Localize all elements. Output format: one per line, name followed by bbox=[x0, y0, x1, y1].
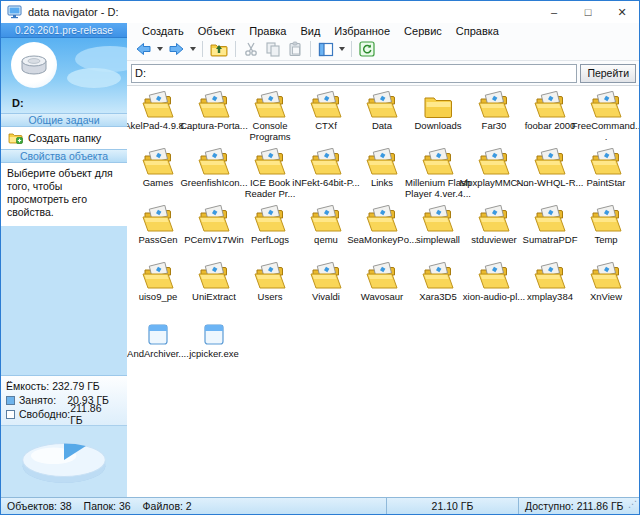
open-folder-icon bbox=[142, 148, 174, 176]
file-item[interactable]: stduviewer bbox=[466, 203, 522, 260]
capacity-panel: Ёмкость: 232.79 ГБ Занято: 20.93 ГБ Своб… bbox=[1, 375, 127, 425]
file-item[interactable]: qemu bbox=[298, 203, 354, 260]
file-item[interactable]: jcpicker.exe bbox=[186, 317, 242, 374]
sidebar-filler bbox=[1, 226, 127, 376]
file-item[interactable]: Millenium Flash Player 4.ver.4... bbox=[410, 146, 466, 203]
file-item[interactable]: MpxplayMMC-... bbox=[466, 146, 522, 203]
file-item[interactable]: Far30 bbox=[466, 89, 522, 146]
file-item[interactable]: xion-audio-pl... bbox=[466, 260, 522, 317]
file-item[interactable]: PassGen bbox=[130, 203, 186, 260]
file-item[interactable]: Non-WHQL-R... bbox=[522, 146, 578, 203]
file-item[interactable]: SeaMonkeyPo... bbox=[354, 203, 410, 260]
menu-item[interactable]: Правка bbox=[242, 25, 293, 37]
forward-dropdown[interactable] bbox=[188, 40, 198, 59]
open-folder-icon bbox=[142, 262, 174, 290]
file-item[interactable]: FreeCommand... bbox=[578, 89, 634, 146]
create-folder-button[interactable]: Создать папку bbox=[1, 127, 127, 149]
capacity-row: Ёмкость: 232.79 ГБ bbox=[6, 379, 123, 393]
file-label: Temp bbox=[571, 234, 639, 245]
open-folder-icon bbox=[534, 205, 566, 233]
drive-icon-circle bbox=[11, 42, 57, 88]
file-item[interactable]: AndArchiver.... bbox=[130, 317, 186, 374]
file-item[interactable]: Wavosaur bbox=[354, 260, 410, 317]
open-folder-icon bbox=[198, 205, 230, 233]
selection-hint-text: Выберите объект для того, чтобы просмотр… bbox=[1, 163, 127, 226]
file-item[interactable]: PerfLogs bbox=[242, 203, 298, 260]
file-item[interactable]: GreenfishIcon... bbox=[186, 146, 242, 203]
address-bar: Перейти bbox=[127, 61, 639, 85]
disk-usage-pie-panel bbox=[1, 425, 127, 497]
go-button[interactable]: Перейти bbox=[580, 64, 636, 83]
open-folder-icon bbox=[254, 205, 286, 233]
menu-item[interactable]: Сервис bbox=[397, 25, 449, 37]
file-item[interactable]: Links bbox=[354, 146, 410, 203]
capacity-label: Ёмкость: bbox=[6, 380, 49, 392]
menu-item[interactable]: Избранное bbox=[327, 25, 397, 37]
file-item[interactable]: Xara3D5 bbox=[410, 260, 466, 317]
minimize-button[interactable]: – bbox=[537, 1, 571, 23]
menu-bar: СоздатьОбъектПравкаВидИзбранноеСервисСпр… bbox=[127, 23, 639, 38]
toolbar-separator bbox=[202, 41, 203, 57]
back-dropdown[interactable] bbox=[155, 40, 165, 59]
file-item[interactable]: SumatraPDF bbox=[522, 203, 578, 260]
file-item[interactable]: xmplay384 bbox=[522, 260, 578, 317]
drive-panel: D: bbox=[1, 38, 127, 113]
file-item[interactable]: Temp bbox=[578, 203, 634, 260]
file-item[interactable]: Data bbox=[354, 89, 410, 146]
file-item[interactable]: Downloads bbox=[410, 89, 466, 146]
file-item[interactable]: AkelPad-4.9.8... bbox=[130, 89, 186, 146]
open-folder-icon bbox=[478, 91, 510, 119]
file-item[interactable]: PaintStar bbox=[578, 146, 634, 203]
copy-button[interactable] bbox=[262, 40, 284, 59]
file-item[interactable]: Captura-Porta... bbox=[186, 89, 242, 146]
address-input[interactable] bbox=[131, 64, 577, 83]
paste-button[interactable] bbox=[284, 40, 306, 59]
file-item[interactable]: uiso9_pe bbox=[130, 260, 186, 317]
used-legend-swatch bbox=[6, 396, 15, 405]
menu-item[interactable]: Справка bbox=[449, 25, 506, 37]
file-item[interactable]: UniExtract bbox=[186, 260, 242, 317]
up-level-button[interactable] bbox=[207, 40, 231, 59]
file-label: jcpicker.exe bbox=[179, 348, 249, 359]
forward-button[interactable] bbox=[165, 40, 188, 59]
open-folder-icon bbox=[478, 205, 510, 233]
maximize-button[interactable]: □ bbox=[571, 1, 605, 23]
cut-button[interactable] bbox=[240, 40, 262, 59]
file-item[interactable]: simplewall bbox=[410, 203, 466, 260]
open-folder-icon bbox=[366, 262, 398, 290]
file-item[interactable]: ICE Book Reader Pr... bbox=[242, 146, 298, 203]
refresh-button[interactable] bbox=[356, 40, 378, 59]
file-item[interactable]: Users bbox=[242, 260, 298, 317]
open-folder-icon bbox=[590, 148, 622, 176]
file-item[interactable]: CTXf bbox=[298, 89, 354, 146]
version-label: 0.26.2601.pre-release bbox=[1, 23, 127, 38]
file-item[interactable]: Vivaldi bbox=[298, 260, 354, 317]
sidebar: 0.26.2601.pre-release D: Общие задачи bbox=[1, 23, 127, 497]
open-folder-icon bbox=[534, 91, 566, 119]
free-row: Свободно: 211.86 ГБ bbox=[6, 407, 123, 421]
open-folder-icon bbox=[366, 91, 398, 119]
file-list-area[interactable]: AkelPad-4.9.8... bbox=[127, 85, 639, 497]
file-item[interactable]: XnView bbox=[578, 260, 634, 317]
views-button[interactable] bbox=[315, 40, 337, 59]
resize-grip[interactable]: ⋰ bbox=[628, 496, 637, 512]
file-item[interactable]: Console Programs bbox=[242, 89, 298, 146]
menu-item[interactable]: Создать bbox=[135, 25, 191, 37]
menu-item[interactable]: Вид bbox=[293, 25, 327, 37]
open-folder-icon bbox=[366, 148, 398, 176]
views-dropdown[interactable] bbox=[337, 40, 347, 59]
menu-item[interactable]: Объект bbox=[191, 25, 242, 37]
cloud-decoration bbox=[67, 68, 121, 88]
file-item[interactable]: foobar 2000 bbox=[522, 89, 578, 146]
free-label: Свободно: bbox=[19, 408, 70, 420]
refresh-icon bbox=[359, 41, 375, 57]
file-item[interactable]: Games bbox=[130, 146, 186, 203]
file-item[interactable]: iNFekt-64bit-P... bbox=[298, 146, 354, 203]
open-folder-icon bbox=[254, 148, 286, 176]
object-properties-header: Свойства объекта bbox=[1, 149, 127, 163]
back-button[interactable] bbox=[132, 40, 155, 59]
file-item[interactable]: PCemV17Win bbox=[186, 203, 242, 260]
chevron-down-icon bbox=[190, 47, 196, 51]
open-folder-icon bbox=[534, 262, 566, 290]
close-button[interactable]: ✕ bbox=[605, 1, 639, 23]
